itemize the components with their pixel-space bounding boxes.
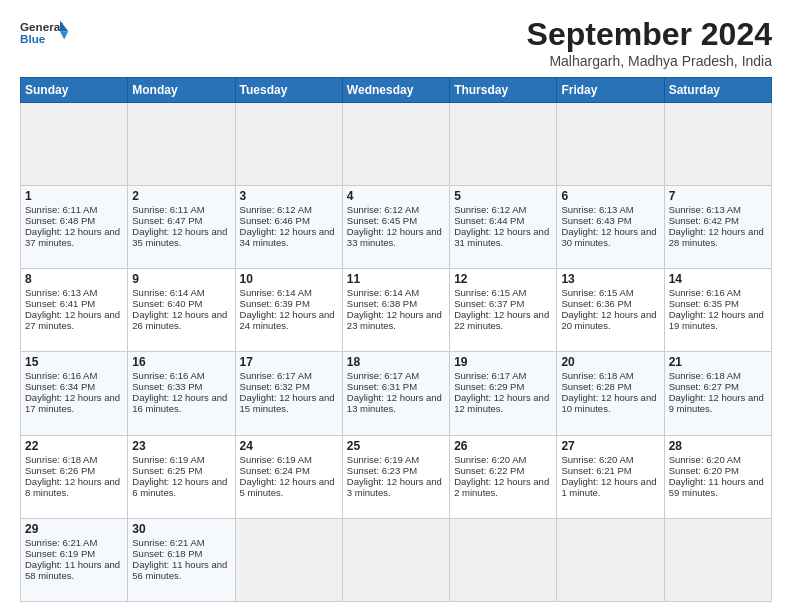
daylight: Daylight: 12 hours and 8 minutes. — [25, 476, 120, 498]
daylight: Daylight: 12 hours and 31 minutes. — [454, 226, 549, 248]
calendar-cell: 22 Sunrise: 6:18 AM Sunset: 6:26 PM Dayl… — [21, 435, 128, 518]
day-number: 16 — [132, 355, 230, 369]
calendar-cell: 2 Sunrise: 6:11 AM Sunset: 6:47 PM Dayli… — [128, 186, 235, 269]
daylight: Daylight: 12 hours and 23 minutes. — [347, 309, 442, 331]
page: General Blue September 2024 Malhargarh, … — [0, 0, 792, 612]
sunset: Sunset: 6:24 PM — [240, 465, 310, 476]
calendar-table: Sunday Monday Tuesday Wednesday Thursday… — [20, 77, 772, 602]
daylight: Daylight: 12 hours and 16 minutes. — [132, 392, 227, 414]
sunrise: Sunrise: 6:12 AM — [454, 204, 526, 215]
daylight: Daylight: 12 hours and 19 minutes. — [669, 309, 764, 331]
calendar-cell: 9 Sunrise: 6:14 AM Sunset: 6:40 PM Dayli… — [128, 269, 235, 352]
sunset: Sunset: 6:48 PM — [25, 215, 95, 226]
sunset: Sunset: 6:47 PM — [132, 215, 202, 226]
daylight: Daylight: 12 hours and 34 minutes. — [240, 226, 335, 248]
day-number: 22 — [25, 439, 123, 453]
daylight: Daylight: 12 hours and 9 minutes. — [669, 392, 764, 414]
calendar-cell: 20 Sunrise: 6:18 AM Sunset: 6:28 PM Dayl… — [557, 352, 664, 435]
calendar-cell: 30 Sunrise: 6:21 AM Sunset: 6:18 PM Dayl… — [128, 518, 235, 601]
calendar-cell: 10 Sunrise: 6:14 AM Sunset: 6:39 PM Dayl… — [235, 269, 342, 352]
calendar-cell: 26 Sunrise: 6:20 AM Sunset: 6:22 PM Dayl… — [450, 435, 557, 518]
calendar-cell — [342, 103, 449, 186]
day-number: 20 — [561, 355, 659, 369]
calendar-cell: 19 Sunrise: 6:17 AM Sunset: 6:29 PM Dayl… — [450, 352, 557, 435]
day-number: 30 — [132, 522, 230, 536]
daylight: Daylight: 12 hours and 12 minutes. — [454, 392, 549, 414]
sunrise: Sunrise: 6:11 AM — [25, 204, 97, 215]
sunset: Sunset: 6:34 PM — [25, 381, 95, 392]
day-number: 17 — [240, 355, 338, 369]
daylight: Daylight: 12 hours and 17 minutes. — [25, 392, 120, 414]
daylight: Daylight: 12 hours and 10 minutes. — [561, 392, 656, 414]
daylight: Daylight: 12 hours and 6 minutes. — [132, 476, 227, 498]
calendar-cell: 27 Sunrise: 6:20 AM Sunset: 6:21 PM Dayl… — [557, 435, 664, 518]
daylight: Daylight: 12 hours and 5 minutes. — [240, 476, 335, 498]
day-number: 2 — [132, 189, 230, 203]
col-friday: Friday — [557, 78, 664, 103]
sunset: Sunset: 6:20 PM — [669, 465, 739, 476]
sunrise: Sunrise: 6:19 AM — [347, 454, 419, 465]
sunrise: Sunrise: 6:19 AM — [132, 454, 204, 465]
calendar-cell — [235, 518, 342, 601]
calendar-cell: 15 Sunrise: 6:16 AM Sunset: 6:34 PM Dayl… — [21, 352, 128, 435]
sunrise: Sunrise: 6:20 AM — [454, 454, 526, 465]
sunset: Sunset: 6:25 PM — [132, 465, 202, 476]
sunset: Sunset: 6:43 PM — [561, 215, 631, 226]
day-number: 23 — [132, 439, 230, 453]
day-number: 8 — [25, 272, 123, 286]
col-wednesday: Wednesday — [342, 78, 449, 103]
sunset: Sunset: 6:19 PM — [25, 548, 95, 559]
daylight: Daylight: 12 hours and 2 minutes. — [454, 476, 549, 498]
day-number: 19 — [454, 355, 552, 369]
sunrise: Sunrise: 6:15 AM — [454, 287, 526, 298]
calendar-cell: 29 Sunrise: 6:21 AM Sunset: 6:19 PM Dayl… — [21, 518, 128, 601]
sunset: Sunset: 6:46 PM — [240, 215, 310, 226]
sunset: Sunset: 6:37 PM — [454, 298, 524, 309]
daylight: Daylight: 12 hours and 30 minutes. — [561, 226, 656, 248]
sunset: Sunset: 6:42 PM — [669, 215, 739, 226]
logo-icon: General Blue — [20, 16, 70, 54]
day-number: 27 — [561, 439, 659, 453]
calendar-cell: 5 Sunrise: 6:12 AM Sunset: 6:44 PM Dayli… — [450, 186, 557, 269]
calendar-cell: 24 Sunrise: 6:19 AM Sunset: 6:24 PM Dayl… — [235, 435, 342, 518]
calendar-cell: 16 Sunrise: 6:16 AM Sunset: 6:33 PM Dayl… — [128, 352, 235, 435]
sunrise: Sunrise: 6:20 AM — [669, 454, 741, 465]
daylight: Daylight: 12 hours and 33 minutes. — [347, 226, 442, 248]
sunset: Sunset: 6:33 PM — [132, 381, 202, 392]
sunrise: Sunrise: 6:11 AM — [132, 204, 204, 215]
calendar-cell: 18 Sunrise: 6:17 AM Sunset: 6:31 PM Dayl… — [342, 352, 449, 435]
sunset: Sunset: 6:27 PM — [669, 381, 739, 392]
daylight: Daylight: 12 hours and 22 minutes. — [454, 309, 549, 331]
day-number: 21 — [669, 355, 767, 369]
day-number: 9 — [132, 272, 230, 286]
svg-text:Blue: Blue — [20, 32, 46, 45]
calendar-cell: 11 Sunrise: 6:14 AM Sunset: 6:38 PM Dayl… — [342, 269, 449, 352]
sunrise: Sunrise: 6:15 AM — [561, 287, 633, 298]
sunset: Sunset: 6:44 PM — [454, 215, 524, 226]
calendar-cell — [664, 518, 771, 601]
sunset: Sunset: 6:35 PM — [669, 298, 739, 309]
day-number: 1 — [25, 189, 123, 203]
calendar-cell — [342, 518, 449, 601]
month-title: September 2024 — [527, 16, 772, 53]
sunrise: Sunrise: 6:16 AM — [669, 287, 741, 298]
day-number: 14 — [669, 272, 767, 286]
calendar-cell — [21, 103, 128, 186]
day-number: 25 — [347, 439, 445, 453]
calendar-cell: 7 Sunrise: 6:13 AM Sunset: 6:42 PM Dayli… — [664, 186, 771, 269]
sunset: Sunset: 6:18 PM — [132, 548, 202, 559]
daylight: Daylight: 11 hours and 56 minutes. — [132, 559, 227, 581]
sunrise: Sunrise: 6:13 AM — [25, 287, 97, 298]
sunset: Sunset: 6:38 PM — [347, 298, 417, 309]
title-block: September 2024 Malhargarh, Madhya Prades… — [527, 16, 772, 69]
daylight: Daylight: 12 hours and 24 minutes. — [240, 309, 335, 331]
col-saturday: Saturday — [664, 78, 771, 103]
day-number: 15 — [25, 355, 123, 369]
sunset: Sunset: 6:29 PM — [454, 381, 524, 392]
sunset: Sunset: 6:21 PM — [561, 465, 631, 476]
sunset: Sunset: 6:41 PM — [25, 298, 95, 309]
sunset: Sunset: 6:40 PM — [132, 298, 202, 309]
sunrise: Sunrise: 6:13 AM — [669, 204, 741, 215]
sunset: Sunset: 6:23 PM — [347, 465, 417, 476]
col-tuesday: Tuesday — [235, 78, 342, 103]
